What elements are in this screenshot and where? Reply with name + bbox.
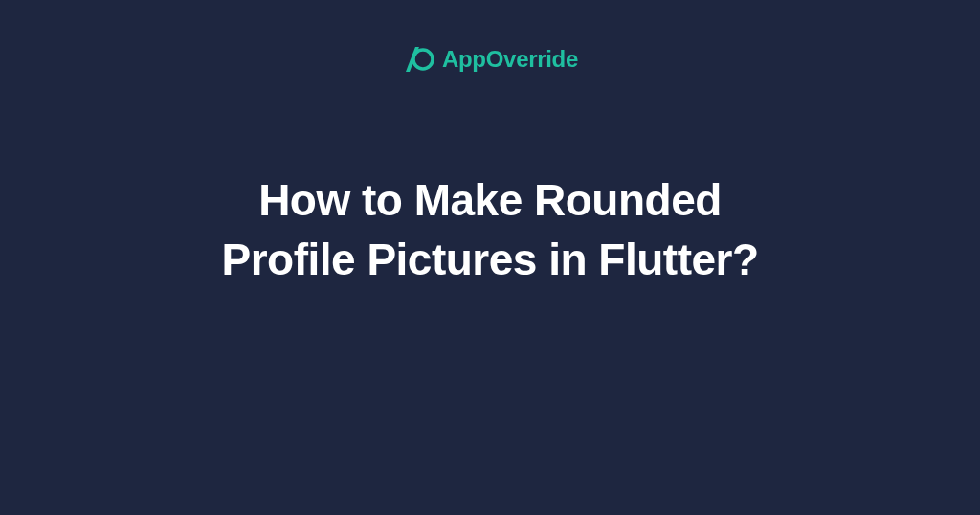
title-line-2: Profile Pictures in Flutter?	[221, 235, 758, 284]
brand-name: AppOverride	[442, 46, 578, 73]
page-title: How to Make Rounded Profile Pictures in …	[0, 170, 980, 289]
title-section: How to Make Rounded Profile Pictures in …	[0, 170, 980, 289]
title-line-1: How to Make Rounded	[258, 175, 722, 225]
brand-logo: AppOverride	[402, 43, 578, 76]
svg-point-0	[413, 50, 433, 69]
appoverride-logo-icon	[402, 43, 434, 76]
